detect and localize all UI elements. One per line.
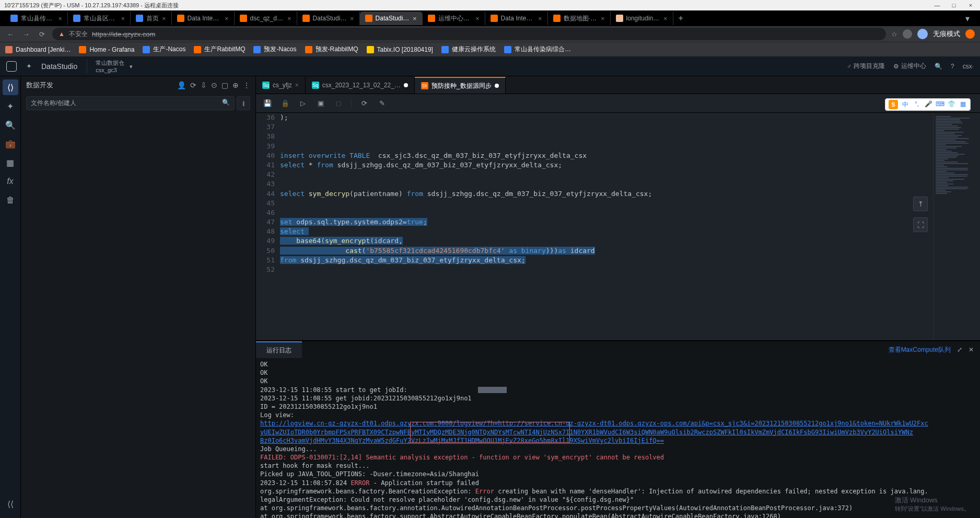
code-line[interactable]: 38 xyxy=(256,132,933,141)
ime-logo-icon[interactable]: S xyxy=(889,100,898,109)
code-line[interactable]: 36); xyxy=(256,113,933,122)
file-tab[interactable]: Di预防接种_数据源同步 xyxy=(415,77,506,94)
file-search-input[interactable]: 文件名称/创建人 🔍 xyxy=(26,96,235,110)
ime-mic-icon[interactable]: 🎤 xyxy=(924,100,932,109)
close-icon[interactable]: × xyxy=(538,15,542,22)
rail-table-icon[interactable]: ▦ xyxy=(3,155,18,170)
minimap[interactable] xyxy=(933,113,980,340)
ime-toolbar[interactable]: S 中 °, 🎤 ⌨ 👕 ▦ xyxy=(885,98,971,111)
window-close[interactable]: × xyxy=(965,2,976,8)
file-tab[interactable]: Sqcsx_2023_12_13_02_22_… xyxy=(306,77,415,94)
app-logo-icon[interactable] xyxy=(6,61,17,72)
rail-collapse-icon[interactable]: ⟨⟨ xyxy=(3,496,18,512)
bookmark-item[interactable]: 常山县传染病综合… xyxy=(504,45,571,54)
rail-dev-icon[interactable]: ⟨⟩ xyxy=(3,79,18,95)
nav-forward-icon[interactable]: → xyxy=(21,30,31,38)
profile-avatar-icon[interactable] xyxy=(917,29,928,39)
bookmark-item[interactable]: Dashboard [Jenki… xyxy=(5,46,71,53)
code-line[interactable]: 52 xyxy=(256,265,933,274)
browser-tab[interactable]: 数据地图·我的数…× xyxy=(548,11,611,25)
nav-reload-icon[interactable]: ⟳ xyxy=(37,30,47,38)
import-icon[interactable]: ⇩ xyxy=(201,81,207,89)
new-user-icon[interactable]: 👤 xyxy=(177,81,186,89)
incognito-icon[interactable] xyxy=(965,29,975,39)
expand-icon[interactable]: ⤢ xyxy=(957,346,962,353)
lock-icon[interactable]: 🔒 xyxy=(280,98,290,109)
code-line[interactable]: 50 cast('b75585cf321cdcad42451690cdb7bfc… xyxy=(256,246,933,256)
url-input[interactable]: ▲ 不安全 https://ide.qzyzx.com xyxy=(52,28,886,40)
code-line[interactable]: 43 xyxy=(256,179,933,189)
code-line[interactable]: 48select xyxy=(256,227,933,236)
project-selector[interactable]: 常山数据仓 csx_gc3 ▾ xyxy=(87,59,133,73)
code-line[interactable]: 40insert overwrite TABLE csx_sjc3.dsc_qz… xyxy=(256,151,933,160)
code-line[interactable]: 46 xyxy=(256,208,933,217)
bookmark-item[interactable]: 生产-Nacos xyxy=(143,45,185,54)
close-log-icon[interactable]: ✕ xyxy=(969,346,974,353)
close-icon[interactable]: × xyxy=(58,15,62,22)
close-icon[interactable]: × xyxy=(287,15,291,22)
ime-toolbox-icon[interactable]: ▦ xyxy=(959,100,967,109)
rail-plugin-icon[interactable]: ✦ xyxy=(3,98,18,114)
code-line[interactable]: 41select * from sdsjj_szhgg.dsc_qz_dm_03… xyxy=(256,160,933,170)
close-icon[interactable]: × xyxy=(601,15,605,22)
locate-icon[interactable]: ⊙ xyxy=(211,81,217,89)
window-maximize[interactable]: □ xyxy=(949,2,959,8)
ime-keyboard-icon[interactable]: ⌨ xyxy=(936,100,944,109)
bookmark-item[interactable]: Home - Grafana xyxy=(79,46,134,53)
browser-tab[interactable]: 首页× xyxy=(131,11,172,25)
rail-briefcase-icon[interactable]: 💼 xyxy=(3,136,18,152)
code-line[interactable]: 42 xyxy=(256,170,933,179)
fullscreen-button[interactable]: ⛶ xyxy=(913,217,928,232)
close-icon[interactable]: × xyxy=(475,15,480,22)
code-line[interactable]: 45 xyxy=(256,199,933,208)
code-line[interactable]: 39 xyxy=(256,142,933,151)
close-icon[interactable]: × xyxy=(413,15,417,22)
browser-tab[interactable]: 常山县区域电子…× xyxy=(68,11,131,25)
bookmark-item[interactable]: Tabix.IO [20180419] xyxy=(367,46,433,53)
stop-icon[interactable]: ◻ xyxy=(333,98,344,109)
code-line[interactable]: 44select sym_decryp(patientname) from sd… xyxy=(256,189,933,199)
bookmark-item[interactable]: 生产RabbitMQ xyxy=(194,45,245,54)
code-line[interactable]: 49 base64(sym_encrypt(idcard, xyxy=(256,236,933,246)
ime-punct-icon[interactable]: °, xyxy=(913,100,921,109)
run-selection-icon[interactable]: ▣ xyxy=(316,98,326,109)
browser-tab[interactable]: 常山县传染病综…× xyxy=(5,11,68,25)
rail-trash-icon[interactable]: 🗑 xyxy=(3,192,18,208)
browser-tab[interactable]: longitudinal-re…× xyxy=(611,11,673,25)
new-folder-icon[interactable]: ▢ xyxy=(221,81,228,89)
rail-search-icon[interactable]: 🔍 xyxy=(3,117,18,133)
close-icon[interactable]: × xyxy=(225,15,229,22)
bookmark-item[interactable]: 健康云操作系统 xyxy=(441,45,496,54)
code-editor[interactable]: 36);37383940insert overwrite TABLE csx_s… xyxy=(256,113,933,340)
cross-project-clone-link[interactable]: ♂ 跨项目克隆 xyxy=(847,62,885,71)
format-icon[interactable]: ✎ xyxy=(377,98,387,109)
rail-function-icon[interactable]: fx xyxy=(3,174,18,189)
reload-icon[interactable]: ⟳ xyxy=(359,98,369,109)
view-queue-link[interactable]: 查看MaxCompute队列 xyxy=(889,346,951,354)
plus-icon[interactable]: ⊕ xyxy=(232,81,239,89)
help-icon[interactable]: ? xyxy=(951,63,954,70)
user-label[interactable]: csx· xyxy=(963,63,974,70)
browser-tab[interactable]: dsc_qz_dm_037…× xyxy=(235,11,297,25)
file-tab[interactable]: Sqcs_yfjz× xyxy=(256,77,306,94)
nav-back-icon[interactable]: ← xyxy=(5,30,16,38)
close-icon[interactable]: × xyxy=(663,15,668,22)
ime-lang-button[interactable]: 中 xyxy=(901,100,909,109)
window-minimize[interactable]: — xyxy=(932,2,942,8)
browser-tab[interactable]: DataStudio(数…× xyxy=(360,11,423,25)
new-tab-button[interactable]: + xyxy=(673,14,689,23)
close-icon[interactable]: × xyxy=(121,15,125,22)
search-icon[interactable]: 🔍 xyxy=(935,63,942,70)
log-content[interactable]: OKOKOK2023-12-15 11:08:55 start to get j… xyxy=(256,358,980,518)
tab-dropdown-icon[interactable]: ▾ xyxy=(960,14,975,24)
code-line[interactable]: 51from sdsjj_szhgg.dsc_qz_dm_037_biz_037… xyxy=(256,256,933,265)
bookmark-item[interactable]: 预发-RabbitMQ xyxy=(305,45,358,54)
filter-button[interactable]: ⫿ xyxy=(237,96,250,110)
extension-icon[interactable] xyxy=(903,29,912,39)
ime-skin-icon[interactable]: 👕 xyxy=(947,100,955,109)
browser-tab[interactable]: Data Integrati…× xyxy=(172,11,235,25)
close-icon[interactable]: × xyxy=(295,82,299,89)
save-icon[interactable]: 💾 xyxy=(262,98,273,109)
close-icon[interactable]: × xyxy=(162,15,166,22)
log-tab-runlog[interactable]: 运行日志 xyxy=(256,341,302,358)
